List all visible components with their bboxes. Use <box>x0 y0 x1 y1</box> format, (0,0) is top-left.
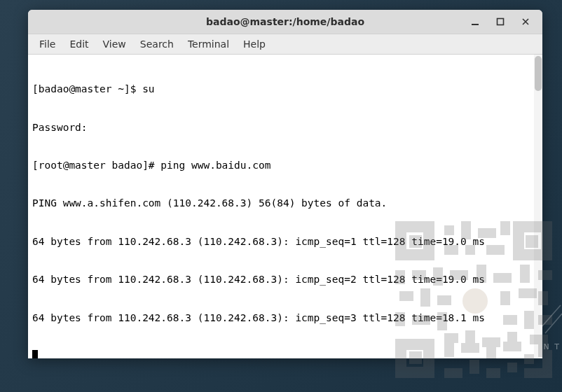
menu-file[interactable]: File <box>32 36 62 52</box>
menu-view[interactable]: View <box>96 36 133 52</box>
svg-rect-0 <box>472 24 479 25</box>
menubar: File Edit View Search Terminal Help <box>28 34 542 55</box>
terminal-line: [root@master badao]# ping www.baidu.com <box>32 159 538 172</box>
side-watermark-text: N T <box>544 342 561 351</box>
cursor-icon <box>32 350 38 358</box>
menu-terminal[interactable]: Terminal <box>181 36 236 52</box>
menu-search[interactable]: Search <box>133 36 181 52</box>
terminal-cursor-line <box>32 349 538 358</box>
menu-edit[interactable]: Edit <box>62 36 95 52</box>
terminal-output[interactable]: [badao@master ~]$ su Password: [root@mas… <box>28 55 542 358</box>
window-title: badao@master:/home/badao <box>206 16 364 27</box>
window-buttons <box>462 10 538 34</box>
minimize-button[interactable] <box>462 10 488 33</box>
terminal-window: badao@master:/home/badao File Edit View … <box>28 10 542 358</box>
close-button[interactable] <box>513 10 538 33</box>
close-icon <box>521 18 530 26</box>
scrollbar-thumb[interactable] <box>535 56 542 91</box>
terminal-line: 64 bytes from 110.242.68.3 (110.242.68.3… <box>32 312 538 324</box>
terminal-line: 64 bytes from 110.242.68.3 (110.242.68.3… <box>32 273 538 286</box>
svg-rect-1 <box>498 19 504 25</box>
titlebar[interactable]: badao@master:/home/badao <box>28 10 542 34</box>
minimize-icon <box>471 18 479 26</box>
scrollbar[interactable] <box>534 55 542 358</box>
menu-help[interactable]: Help <box>236 36 273 52</box>
terminal-line: [badao@master ~]$ su <box>32 83 538 95</box>
terminal-line: 64 bytes from 110.242.68.3 (110.242.68.3… <box>32 235 538 248</box>
terminal-line: PING www.a.shifen.com (110.242.68.3) 56(… <box>32 197 538 209</box>
maximize-icon <box>496 18 505 26</box>
maximize-button[interactable] <box>488 10 513 33</box>
terminal-line: Password: <box>32 121 538 134</box>
decorative-slash-icon <box>541 293 562 335</box>
